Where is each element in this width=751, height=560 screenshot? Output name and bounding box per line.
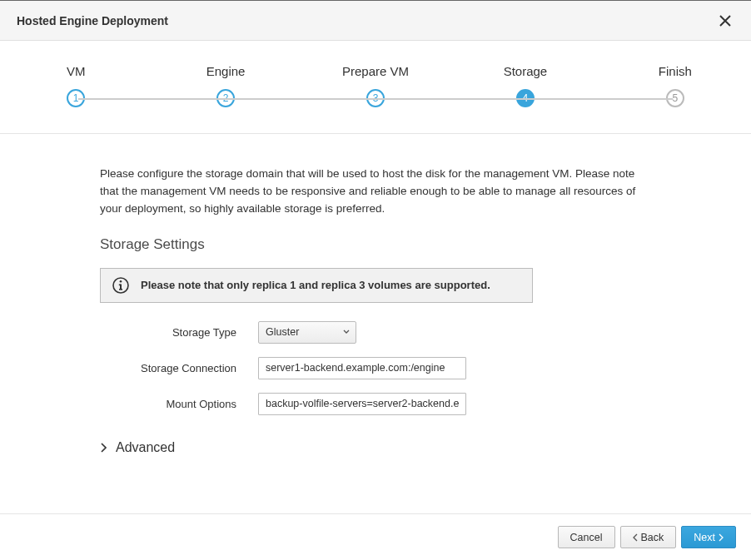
storage-settings-heading: Storage Settings (100, 236, 651, 253)
hosted-engine-modal: Hosted Engine Deployment VM 1 Engine 2 P… (0, 0, 751, 560)
chevron-right-icon (719, 533, 724, 542)
step-vm[interactable]: VM 1 (26, 64, 126, 107)
modal-title: Hosted Engine Deployment (17, 14, 713, 27)
next-label: Next (694, 532, 715, 543)
advanced-label: Advanced (116, 440, 175, 455)
chevron-right-icon (100, 442, 107, 453)
cancel-label: Cancel (570, 532, 603, 543)
mount-options-row: Mount Options (100, 393, 651, 415)
svg-rect-2 (119, 284, 121, 285)
cancel-button[interactable]: Cancel (558, 526, 615, 548)
back-button[interactable]: Back (620, 526, 677, 548)
wizard-steps: VM 1 Engine 2 Prepare VM 3 Storage 4 Fin… (0, 41, 751, 134)
step-engine[interactable]: Engine 2 (176, 64, 276, 107)
info-note-text: Please note that only replica 1 and repl… (141, 279, 490, 291)
svg-point-4 (120, 280, 122, 283)
step-label: Finish (625, 64, 725, 79)
modal-footer: Cancel Back Next (0, 513, 751, 560)
storage-type-select[interactable]: Gluster (258, 321, 356, 344)
step-storage[interactable]: Storage 4 (475, 64, 575, 107)
step-connector (78, 98, 673, 100)
storage-type-row: Storage Type Gluster (100, 321, 651, 344)
storage-connection-row: Storage Connection (100, 357, 651, 379)
chevron-left-icon (633, 533, 638, 542)
svg-rect-3 (119, 289, 122, 290)
mount-options-input[interactable] (258, 393, 466, 415)
storage-type-value: Gluster (266, 326, 299, 338)
step-finish: Finish 5 (625, 64, 725, 107)
modal-header: Hosted Engine Deployment (0, 1, 751, 41)
next-button[interactable]: Next (681, 526, 736, 548)
advanced-toggle[interactable]: Advanced (100, 440, 651, 455)
mount-options-label: Mount Options (100, 398, 258, 410)
step-label: Engine (176, 64, 276, 79)
info-note: Please note that only replica 1 and repl… (100, 268, 533, 303)
step-prepare-vm[interactable]: Prepare VM 3 (326, 64, 425, 107)
step-label: Prepare VM (326, 64, 425, 79)
modal-body: Please configure the storage domain that… (0, 134, 751, 513)
close-icon (719, 15, 731, 27)
step-label: VM (26, 64, 126, 79)
close-button[interactable] (713, 8, 738, 33)
step-label: Storage (475, 64, 575, 79)
intro-paragraph: Please configure the storage domain that… (100, 166, 651, 218)
storage-connection-label: Storage Connection (100, 362, 258, 374)
back-label: Back (641, 532, 664, 543)
storage-type-label: Storage Type (100, 326, 258, 339)
info-icon (112, 277, 129, 294)
storage-connection-input[interactable] (258, 357, 466, 379)
